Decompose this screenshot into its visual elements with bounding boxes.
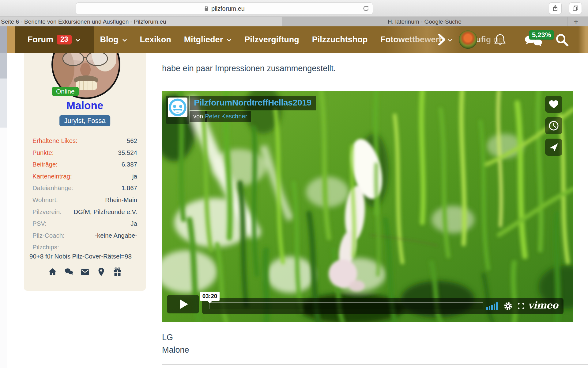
fullscreen-icon[interactable] — [517, 302, 525, 310]
play-button[interactable] — [167, 295, 199, 313]
chevron-down-icon — [447, 39, 452, 42]
post-signature: LG Malone — [162, 331, 189, 356]
new-tab-button[interactable]: + — [571, 17, 581, 26]
chevron-down-icon — [75, 39, 80, 42]
nav-scroll-right-icon[interactable] — [438, 33, 446, 46]
username-link[interactable]: Malone — [24, 99, 146, 112]
post-divider — [162, 364, 588, 365]
tab-overview-button[interactable] — [569, 2, 582, 14]
stat-value: -keine Angabe- — [95, 230, 137, 242]
nav-item-fotowettbewerb[interactable]: Fotowettbewerb — [374, 26, 459, 53]
watch-later-button[interactable] — [545, 117, 562, 134]
stat-row[interactable]: Erhaltene Likes: 562 — [32, 135, 137, 147]
play-icon — [180, 299, 188, 309]
browser-toolbar: pilzforum.eu — [0, 0, 588, 17]
nav-item-mitglieder[interactable]: Mitglieder — [178, 26, 238, 53]
online-status-badge: Online — [52, 87, 79, 96]
address-bar[interactable]: pilzforum.eu — [76, 2, 373, 15]
background-window-edge — [0, 26, 7, 368]
post-text: habe ein paar Impressionen zusammengeste… — [162, 64, 336, 73]
stat-value: 1.867 — [122, 182, 137, 194]
progress-bar[interactable] — [209, 302, 483, 309]
envelope-icon[interactable] — [81, 267, 89, 276]
stat-row: Pilzverein: DGfM, Pilzfreunde e.V. — [32, 206, 137, 218]
video-title-link[interactable]: PilzforumNordtreffHellas2019 — [190, 96, 316, 110]
screen: pilzforum.eu Seite 6 - Berichte von Exku… — [0, 0, 588, 368]
signature-line: Malone — [162, 344, 189, 356]
video-author-link[interactable]: Peter Keschner — [205, 111, 251, 122]
heart-icon — [549, 100, 559, 109]
stat-label[interactable]: Karteneintrag: — [32, 171, 72, 182]
stat-value: 6.387 — [122, 159, 137, 171]
stat-label[interactable]: Punkte: — [32, 147, 54, 159]
stat-label[interactable]: Erhaltene Likes: — [32, 135, 77, 147]
tab-title: H. laterinum - Google-Suche — [388, 18, 462, 25]
stat-label: PSV: — [32, 218, 47, 230]
stat-value: Ja — [130, 218, 137, 230]
stat-value: Rhein-Main — [105, 194, 137, 206]
nav-label: Pilzvergiftung — [244, 35, 299, 44]
share-video-button[interactable] — [545, 139, 562, 156]
vimeo-logo[interactable]: vimeo — [528, 300, 558, 311]
pilzchips-value: 90+8 für Nobis Pilz-Cover-Rätsel=98 — [29, 253, 143, 260]
nav-label: Lexikon — [140, 35, 171, 44]
gift-icon[interactable] — [113, 267, 122, 276]
forum-navbar: Forum 23 Blog Lexikon Mitglieder Pilzver… — [7, 26, 588, 53]
nav-label: Fotowettbewerb — [380, 35, 444, 44]
stat-label[interactable]: Beiträge: — [32, 159, 58, 171]
home-icon[interactable] — [48, 267, 57, 276]
chevron-down-icon — [227, 39, 232, 42]
nav-item-blog[interactable]: Blog — [94, 26, 134, 53]
stat-label: Pilzverein: — [32, 206, 62, 218]
user-title-badge: Juryist, Fossa — [59, 115, 110, 126]
timestamp-tooltip: 03:20 — [200, 292, 220, 301]
navbar-left-edge — [7, 26, 15, 53]
video-control-bar: vimeo — [202, 298, 564, 314]
user-stats: Erhaltene Likes: 562 Punkte: 35.524 Beit… — [32, 135, 137, 253]
byline-prefix: von — [190, 111, 207, 122]
chat-percentage-badge: 5,23% — [529, 30, 554, 40]
tab-title: Seite 6 - Berichte von Exkursionen und A… — [1, 18, 166, 25]
stat-row: Pilzchips: — [32, 241, 137, 253]
search-icon[interactable] — [555, 33, 569, 47]
nav-label: Forum — [28, 35, 53, 44]
tab-forum-page[interactable]: Seite 6 - Berichte von Exkursionen und A… — [0, 17, 283, 27]
signature-line: LG — [162, 331, 189, 344]
vimeo-player[interactable]: PilzforumNordtreffHellas2019 vonPeter Ke… — [162, 91, 573, 322]
user-avatar[interactable] — [459, 30, 477, 49]
nav-item-pilzzuchtshop[interactable]: Pilzzuchtshop — [306, 26, 374, 53]
stat-label: Pilzchips: — [32, 241, 59, 253]
settings-gear-icon[interactable] — [504, 302, 512, 310]
stat-row: PSV: Ja — [32, 218, 137, 230]
like-button[interactable] — [545, 96, 562, 113]
stat-label: Wohnort: — [32, 194, 58, 206]
nav-items: Forum 23 Blog Lexikon Mitglieder Pilzver… — [15, 26, 509, 53]
stat-value: 562 — [127, 135, 137, 147]
nav-item-forum[interactable]: Forum 23 — [15, 26, 94, 53]
video-uploader-avatar[interactable] — [166, 96, 189, 124]
tab-google-search[interactable]: H. laterinum - Google-Suche — [282, 17, 567, 27]
video-title-block: PilzforumNordtreffHellas2019 vonPeter Ke… — [190, 96, 316, 122]
stat-row[interactable]: Karteneintrag: ja — [32, 171, 137, 182]
location-pin-icon[interactable] — [97, 267, 106, 276]
stat-value: 35.524 — [118, 147, 137, 159]
stat-value: ja — [132, 171, 137, 182]
tab-bar: Seite 6 - Berichte von Exkursionen und A… — [0, 17, 588, 27]
comments-icon[interactable] — [64, 267, 73, 276]
share-button[interactable] — [549, 2, 562, 14]
chevron-down-icon — [122, 39, 127, 42]
stat-value: DGfM, Pilzfreunde e.V. — [74, 206, 137, 218]
stat-label: Dateianhänge: — [32, 182, 73, 194]
volume-control[interactable] — [486, 301, 499, 310]
nav-item-pilzvergiftung[interactable]: Pilzvergiftung — [238, 26, 306, 53]
reload-icon[interactable] — [363, 5, 369, 12]
stat-row[interactable]: Beiträge: 6.387 — [32, 159, 137, 171]
nav-label: Mitglieder — [184, 35, 223, 44]
video-header: PilzforumNordtreffHellas2019 vonPeter Ke… — [166, 96, 316, 124]
video-frame-grass — [162, 91, 573, 322]
notifications-bell-icon[interactable] — [493, 33, 507, 47]
nav-label: Pilzzuchtshop — [312, 35, 368, 44]
nav-item-lexikon[interactable]: Lexikon — [134, 26, 178, 53]
stat-row[interactable]: Punkte: 35.524 — [32, 147, 137, 159]
forum-count-badge: 23 — [57, 35, 72, 44]
